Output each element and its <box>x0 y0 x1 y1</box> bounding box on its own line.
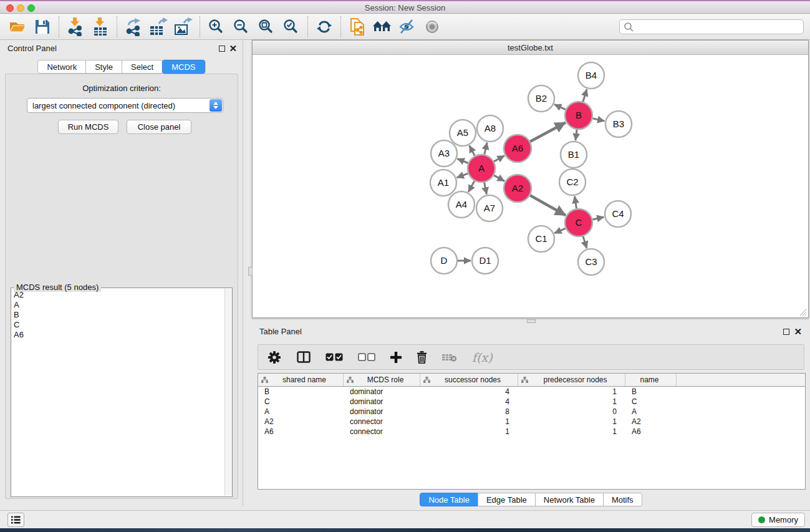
graph-node-A3[interactable]: A3 <box>431 140 457 167</box>
graph-edge-C-C4[interactable] <box>593 217 604 220</box>
float-panel-icon[interactable] <box>219 46 225 52</box>
close-panel-icon[interactable]: ✕ <box>229 43 237 54</box>
deselect-all-columns-button[interactable] <box>358 353 375 361</box>
graph-node-D1[interactable]: D1 <box>472 248 498 274</box>
mcds-result-scrollbar[interactable] <box>224 289 232 496</box>
graph-edge-A-A5[interactable] <box>470 145 475 155</box>
graph-node-B2[interactable]: B2 <box>528 85 554 112</box>
show-all-button[interactable] <box>420 16 445 37</box>
search-field[interactable] <box>619 19 804 34</box>
zoom-selected-button[interactable] <box>279 16 304 37</box>
tab-motifs[interactable]: Motifs <box>603 493 642 506</box>
graph-node-A5[interactable]: A5 <box>450 120 476 146</box>
close-panel-icon[interactable]: ✕ <box>794 326 802 337</box>
column-header-mcds-role[interactable]: MCDS role <box>344 374 420 386</box>
column-header-name[interactable]: name <box>625 374 677 386</box>
tab-mcds[interactable]: MCDS <box>162 60 205 74</box>
table-settings-button[interactable] <box>267 350 282 365</box>
tab-node-table[interactable]: Node Table <box>420 493 478 506</box>
table-row[interactable]: A6connector11A6 <box>258 427 805 437</box>
create-column-button[interactable] <box>390 352 402 363</box>
graph-edge-C-C3[interactable] <box>583 236 587 248</box>
column-header-shared-name[interactable]: shared name <box>258 374 344 386</box>
save-session-button[interactable] <box>30 16 55 37</box>
graph-edge-A6-B[interactable] <box>530 122 566 142</box>
graph-edge-C-C2[interactable] <box>575 196 577 209</box>
tab-network[interactable]: Network <box>37 60 86 74</box>
graph-node-A8[interactable]: A8 <box>477 115 503 142</box>
mcds-result-item[interactable]: A <box>11 300 224 310</box>
open-session-button[interactable] <box>5 16 30 37</box>
zoom-out-button[interactable] <box>229 16 254 37</box>
zoom-in-button[interactable] <box>204 16 229 37</box>
graph-node-A7[interactable]: A7 <box>476 195 503 221</box>
export-table-button[interactable] <box>146 16 171 37</box>
graph-edge-B-B4[interactable] <box>583 89 587 102</box>
table-row[interactable]: Adominator80A <box>258 407 805 417</box>
network-canvas[interactable]: AA1A2A3A4A5A6A7A8BB1B2B3B4CC1C2C3C4DD1 <box>253 55 808 317</box>
graph-edge-A-A7[interactable] <box>485 183 487 195</box>
graph-node-C[interactable]: C <box>565 209 592 236</box>
splitter-grip-vertical[interactable] <box>248 267 253 276</box>
tab-edge-table[interactable]: Edge Table <box>478 493 536 506</box>
select-all-columns-button[interactable] <box>325 353 343 361</box>
mcds-result-item[interactable]: B <box>11 310 224 320</box>
graph-edge-B-B1[interactable] <box>576 130 577 140</box>
table-row[interactable]: Cdominator41C <box>258 397 805 407</box>
criterion-dropdown[interactable]: largest connected component (directed) <box>27 98 223 113</box>
float-panel-icon[interactable] <box>783 329 789 335</box>
new-network-from-selection-button[interactable] <box>345 16 370 37</box>
network-window-titlebar[interactable]: testGlobe.txt <box>253 41 808 55</box>
show-column-panel-button[interactable] <box>297 351 311 363</box>
table-row[interactable]: Bdominator41B <box>258 387 805 397</box>
graph-node-D[interactable]: D <box>431 248 457 274</box>
tab-style[interactable]: Style <box>85 60 122 74</box>
mcds-result-item[interactable]: C <box>11 320 224 330</box>
mcds-result-item[interactable]: A2 <box>11 290 224 300</box>
search-input[interactable] <box>634 21 803 33</box>
delete-column-button[interactable] <box>417 351 427 364</box>
graph-edge-A-A8[interactable] <box>485 143 487 155</box>
graph-node-A1[interactable]: A1 <box>430 170 456 196</box>
tab-select[interactable]: Select <box>122 60 163 74</box>
first-neighbors-button[interactable] <box>370 16 395 37</box>
column-header-predecessor-nodes[interactable]: predecessor nodes <box>518 374 625 386</box>
memory-button[interactable]: Memory <box>751 513 805 527</box>
mcds-result-item[interactable]: A6 <box>11 330 224 340</box>
graph-node-C3[interactable]: C3 <box>578 249 604 275</box>
apply-layout-button[interactable] <box>312 16 337 37</box>
graph-edge-A-A1[interactable] <box>457 173 468 178</box>
import-network-button[interactable] <box>63 16 88 37</box>
graph-node-C4[interactable]: C4 <box>605 201 631 227</box>
graph-edge-A-A3[interactable] <box>457 159 468 163</box>
graph-node-B4[interactable]: B4 <box>578 62 604 89</box>
close-panel-button[interactable]: Close panel <box>127 120 191 134</box>
graph-node-A2[interactable]: A2 <box>504 175 531 202</box>
graph-node-C2[interactable]: C2 <box>559 169 586 195</box>
window-resize-grip[interactable] <box>799 308 807 316</box>
table-row[interactable]: A2connector11A2 <box>258 417 805 427</box>
tab-network-table[interactable]: Network Table <box>535 493 604 506</box>
graph-edge-C-C1[interactable] <box>554 228 566 233</box>
export-image-button[interactable] <box>171 16 196 37</box>
graph-edge-A2-C[interactable] <box>530 195 566 215</box>
graph-node-B1[interactable]: B1 <box>561 142 587 168</box>
hide-selected-button[interactable] <box>395 16 420 37</box>
graph-edge-A-A6[interactable] <box>494 156 504 162</box>
import-table-button[interactable] <box>88 16 113 37</box>
zoom-fit-button[interactable] <box>254 16 279 37</box>
graph-edge-B-B3[interactable] <box>593 118 605 121</box>
graph-node-B[interactable]: B <box>565 102 592 129</box>
graph-node-B3[interactable]: B3 <box>605 111 632 137</box>
task-history-button[interactable] <box>7 513 24 527</box>
graph-node-A[interactable]: A <box>468 155 495 182</box>
graph-node-A4[interactable]: A4 <box>448 191 475 218</box>
graph-edge-A-A4[interactable] <box>468 181 475 192</box>
graph-edge-A-A2[interactable] <box>494 175 504 181</box>
graph-node-A6[interactable]: A6 <box>504 135 531 162</box>
run-mcds-button[interactable]: Run MCDS <box>58 120 118 134</box>
graph-node-C1[interactable]: C1 <box>528 226 554 252</box>
export-network-button[interactable] <box>121 16 146 37</box>
graph-edge-B-B2[interactable] <box>554 104 566 109</box>
column-header-successor-nodes[interactable]: successor nodes <box>420 374 518 386</box>
